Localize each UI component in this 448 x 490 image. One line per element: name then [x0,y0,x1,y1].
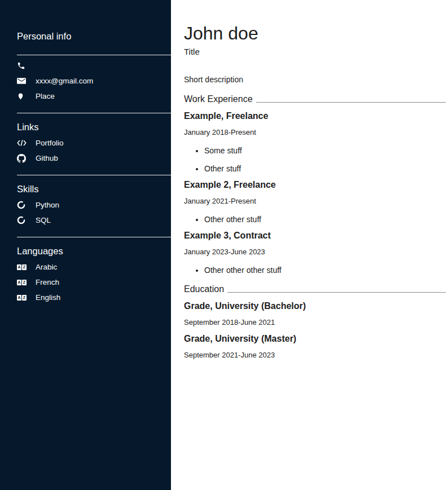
circle-notch-icon [17,215,27,225]
contact-item-phone [17,61,171,70]
section-heading-work-experience: Work Experience [184,94,446,104]
entry-bullets: Some stuff Other stuff [184,146,446,173]
entry-title: Example 2, Freelance [184,179,446,190]
phone-icon [17,61,27,70]
language-label: English [36,293,60,302]
short-description: Short description [184,75,446,85]
bullet-item: Other other stuff [204,215,446,224]
entry-date: January 2023-June 2023 [184,248,446,257]
language-item-english: A Z English [17,293,171,302]
experience-entry: Example, Freelance January 2018-Present … [184,111,446,173]
entry-title: Example, Freelance [184,111,446,121]
contact-item-place: Place [17,91,171,101]
bullet-item: Some stuff [204,146,446,155]
education-entry: Grade, University (Bachelor) September 2… [184,301,446,327]
divider [17,175,171,175]
language-icon: A Z [17,277,27,287]
candidate-name: John doe [184,24,446,43]
language-label: Arabic [36,262,57,272]
candidate-title: Title [184,47,446,57]
language-icon-left-glyph: A [17,264,21,270]
entry-date: January 2018-Present [184,128,446,137]
language-icon-right-glyph: Z [22,280,27,285]
language-label: French [36,277,59,287]
email-icon [17,76,27,86]
bullet-item: Other stuff [204,164,446,173]
section-rule [227,292,446,293]
email-label: xxxx@gmail.com [36,76,93,86]
experience-entry: Example 2, Freelance January 2021-Presen… [184,179,446,224]
link-item-github[interactable]: Github [17,153,171,163]
language-icon: A Z [17,262,27,272]
skill-item-sql: SQL [17,215,171,225]
experience-entry: Example 3, Contract January 2023-June 20… [184,230,446,275]
language-item-french: A Z French [17,277,171,287]
section-heading-education: Education [184,284,446,294]
main-content: John doe Title Short description Work Ex… [171,0,448,490]
entry-bullets: Other other other stuff [184,266,446,275]
entry-date: January 2021-Present [184,197,446,206]
language-item-arabic: A Z Arabic [17,262,171,272]
location-icon [17,91,27,101]
link-item-portfolio[interactable]: Portfolio [17,138,171,148]
section-heading-label: Work Experience [184,94,253,104]
github-label: Github [36,153,58,163]
github-icon [17,153,27,163]
resume-page: Personal info xxxx@gmail.com Place Links [0,0,448,490]
entry-title: Grade, University (Bachelor) [184,301,446,311]
languages-heading: Languages [17,246,171,257]
place-label: Place [36,91,55,101]
sidebar: Personal info xxxx@gmail.com Place Links [0,0,171,490]
divider [17,237,171,237]
divider [17,113,171,113]
language-icon-right-glyph: Z [22,264,27,270]
links-heading: Links [17,122,171,133]
circle-notch-icon [17,200,27,210]
section-rule [256,102,446,103]
entry-bullets: Other other stuff [184,215,446,224]
section-heading-label: Education [184,284,224,294]
contact-item-email[interactable]: xxxx@gmail.com [17,76,171,86]
skills-heading: Skills [17,184,171,195]
personal-info-heading: Personal info [17,31,171,42]
divider [17,55,171,55]
entry-title: Example 3, Contract [184,230,446,241]
entry-title: Grade, University (Master) [184,333,446,344]
education-entry: Grade, University (Master) September 202… [184,333,446,360]
bullet-item: Other other other stuff [204,266,446,275]
language-icon-right-glyph: Z [22,295,27,301]
skill-item-python: Python [17,200,171,210]
skill-label: SQL [36,215,51,225]
portfolio-label: Portfolio [36,138,64,148]
language-icon: A Z [17,293,27,302]
language-icon-left-glyph: A [17,280,21,285]
entry-date: September 2018-June 2021 [184,318,446,327]
skill-label: Python [36,200,59,210]
entry-date: September 2021-June 2023 [184,351,446,360]
language-icon-left-glyph: A [17,295,21,301]
code-icon [17,138,27,148]
